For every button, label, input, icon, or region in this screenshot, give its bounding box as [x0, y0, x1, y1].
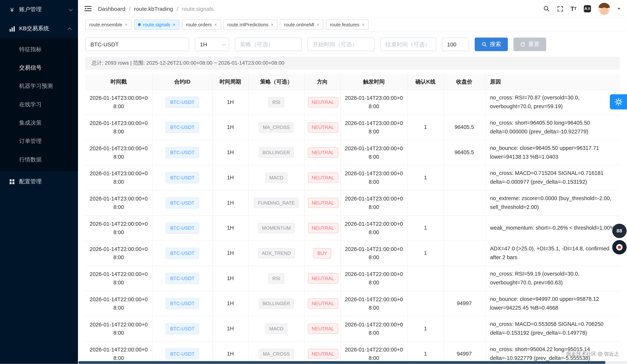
- table-row: 2026-01-14T22:00:00+08:00 BTC-USDT 1H MO…: [85, 215, 620, 240]
- symbol-input[interactable]: [85, 38, 189, 51]
- menu-fold-icon[interactable]: [84, 6, 92, 12]
- contract-tag[interactable]: BTC-USDT: [165, 147, 199, 158]
- cell-reason: no_cross: MACD=0.553058 SIGNAL=0.706250 …: [485, 316, 620, 341]
- cell-trigger: 2026-01-14T23:00:00+08:00: [340, 190, 407, 216]
- table-row: 2026-01-14T22:00:00+08:00 BTC-USDT 1H MA…: [85, 316, 620, 341]
- font-size-icon[interactable]: TT: [571, 6, 577, 12]
- avatar-face: [600, 7, 608, 15]
- breadcrumb-item[interactable]: Dashboard: [98, 5, 125, 12]
- reset-button[interactable]: 重置: [514, 38, 546, 51]
- tab-route-signals[interactable]: route.signals ×: [134, 19, 180, 30]
- fullscreen-icon[interactable]: [557, 5, 563, 12]
- interval-select[interactable]: 1H: [195, 38, 229, 51]
- cell-strategy: MOMENTUM: [248, 215, 304, 240]
- sidebar-item-online-learning[interactable]: 在线学习: [0, 95, 78, 114]
- strategy-input[interactable]: [235, 38, 302, 51]
- tab-label: route.signals: [143, 22, 170, 27]
- cell-timestamp: 2026-01-14T23:00:00+08:00: [85, 115, 152, 140]
- close-icon[interactable]: ×: [271, 22, 274, 27]
- cell-trigger: 2026-01-14T22:00:00+08:00: [340, 341, 407, 364]
- sidebar-item-ensemble-decision[interactable]: 集成决策: [0, 114, 78, 132]
- tab-route-mlpredictions[interactable]: route.mlPredictions ×: [223, 19, 278, 30]
- cell-direction: NEUTRAL: [304, 165, 340, 190]
- contract-tag[interactable]: BTC-USDT: [165, 273, 199, 284]
- limit-input[interactable]: [442, 38, 469, 51]
- cell-contract: BTC-USDT: [152, 215, 212, 240]
- contract-tag[interactable]: BTC-USDT: [165, 122, 199, 133]
- cell-direction: NEUTRAL: [304, 316, 340, 341]
- cell-contract: BTC-USDT: [152, 115, 212, 140]
- tab-route-ensemble[interactable]: route.ensemble ×: [85, 19, 131, 30]
- strategy-tag: BOLLINGER: [259, 147, 294, 158]
- cell-reason: no_bounce: close=96405.50 upper=96317.71…: [485, 140, 620, 165]
- close-icon[interactable]: ×: [173, 22, 175, 27]
- close-icon[interactable]: ×: [316, 22, 319, 27]
- sidebar-item-feature-indicators[interactable]: 特征指标: [0, 40, 78, 59]
- close-icon[interactable]: ×: [125, 22, 127, 27]
- avatar-hair: [598, 3, 610, 8]
- sidebar-item-account[interactable]: ¥ 账户管理: [0, 0, 78, 19]
- cell-period: 1H: [212, 316, 248, 341]
- breadcrumb-item-current: route.signals: [182, 5, 214, 12]
- sidebar-item-kb-trading[interactable]: KB交易系统: [0, 19, 78, 39]
- cell-strategy: RSI: [248, 266, 304, 291]
- tab-route-onlineml[interactable]: route.onlineMl ×: [280, 19, 323, 30]
- contract-tag[interactable]: BTC-USDT: [165, 247, 199, 259]
- contract-tag[interactable]: BTC-USDT: [165, 222, 199, 233]
- sidebar-item-order-management[interactable]: 订单管理: [0, 132, 78, 151]
- table-row: 2026-01-14T23:00:00+08:00 BTC-USDT 1H RS…: [85, 90, 620, 115]
- breadcrumb: Dashboard / route.kbTrading / route.sign…: [98, 5, 214, 12]
- cell-trigger: 2026-01-14T23:00:00+08:00: [340, 165, 407, 190]
- contract-tag[interactable]: BTC-USDT: [165, 323, 199, 334]
- caret-down-icon[interactable]: [618, 8, 621, 11]
- contract-tag[interactable]: BTC-USDT: [165, 172, 199, 183]
- sidebar-item-trading-signals[interactable]: 交易信号: [0, 59, 78, 77]
- tab-route-features[interactable]: route.features ×: [326, 19, 369, 30]
- avatar[interactable]: [598, 3, 610, 15]
- cell-period: 1H: [212, 140, 248, 165]
- cell-confirm: 1: [407, 165, 443, 190]
- cell-trigger: 2026-01-14T22:00:00+08:00: [340, 316, 407, 341]
- cell-trigger: 2026-01-14T23:00:00+08:00: [340, 140, 407, 165]
- cell-close: [443, 190, 485, 216]
- contract-tag[interactable]: BTC-USDT: [165, 298, 199, 309]
- col-contract: 合约ID: [152, 74, 212, 90]
- strategy-tag: BOLLINGER: [259, 298, 294, 309]
- search-button[interactable]: 搜索: [475, 38, 508, 51]
- strategy-tag: MOMENTUM: [258, 223, 295, 233]
- tab-route-orders[interactable]: route.orders ×: [182, 19, 221, 30]
- tab-label: route.orders: [186, 22, 212, 27]
- sidebar-item-market-data[interactable]: 行情数据: [0, 151, 78, 169]
- tab-label: route.onlineMl: [284, 22, 314, 27]
- sidebar-item-ml-prediction[interactable]: 机器学习预测: [0, 77, 78, 95]
- search-icon[interactable]: [543, 5, 550, 12]
- translate-icon[interactable]: A文: [584, 5, 591, 12]
- watermark: 掘金技术社区 @ 弥近之: [566, 351, 619, 358]
- main-area: Dashboard / route.kbTrading / route.sign…: [78, 0, 627, 364]
- theme-settings-button[interactable]: [610, 94, 627, 109]
- close-icon[interactable]: ×: [214, 22, 217, 27]
- cell-contract: BTC-USDT: [152, 140, 212, 165]
- contract-tag[interactable]: BTC-USDT: [165, 348, 199, 359]
- scrollbar-thumb[interactable]: [78, 361, 606, 364]
- end-time-input[interactable]: [380, 38, 436, 51]
- cell-confirm: [407, 291, 443, 316]
- cell-strategy: RSI: [248, 90, 304, 115]
- floating-widget-eye[interactable]: [612, 240, 627, 255]
- close-icon[interactable]: ×: [362, 22, 365, 27]
- strategy-tag: MA_CROSS: [259, 349, 294, 359]
- breadcrumb-item[interactable]: route.kbTrading: [134, 5, 173, 12]
- floating-widget-badge[interactable]: 88: [612, 224, 627, 238]
- cell-strategy: MACD: [248, 165, 304, 190]
- cell-direction: NEUTRAL: [304, 291, 340, 316]
- sidebar-item-label: KB交易系统: [19, 25, 65, 32]
- col-reason: 原因: [485, 74, 620, 90]
- page-content: 1H 搜索 重置: [78, 32, 627, 364]
- cell-confirm: [407, 90, 443, 115]
- contract-tag[interactable]: BTC-USDT: [165, 96, 199, 108]
- start-time-input[interactable]: [308, 38, 375, 51]
- sidebar-item-config[interactable]: 配置管理: [0, 172, 78, 191]
- cell-reason: no_cross: MACD=0.715204 SIGNAL=0.716181 …: [485, 165, 620, 190]
- direction-tag: BUY: [313, 248, 331, 258]
- contract-tag[interactable]: BTC-USDT: [165, 197, 199, 208]
